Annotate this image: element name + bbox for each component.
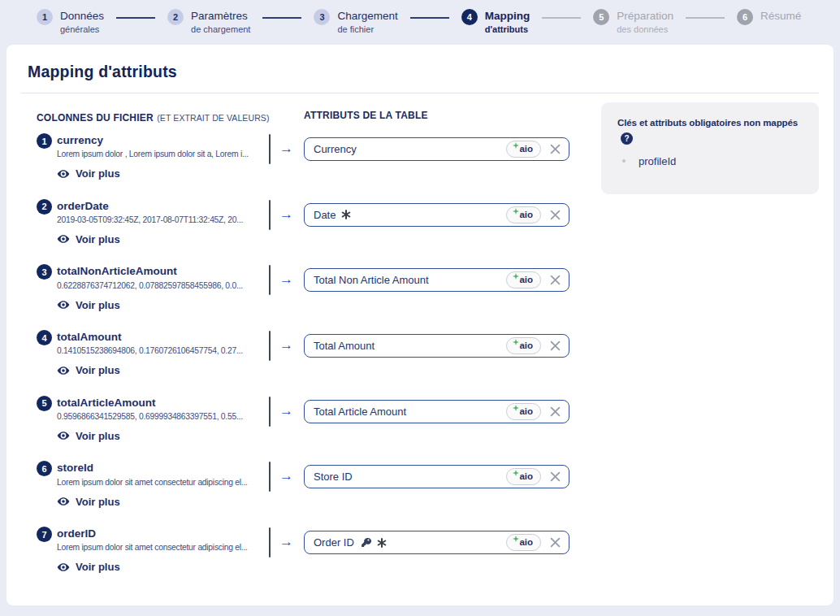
stepper-step-2[interactable]: 2 Paramètres de chargement	[167, 9, 250, 35]
key-icon	[361, 537, 371, 548]
attribute-input[interactable]: Date aio	[304, 203, 569, 227]
values-scrollbar[interactable]	[269, 397, 271, 427]
see-more-label: Voir plus	[76, 496, 120, 508]
attribute-input[interactable]: Total Non Article Amount	[304, 268, 569, 292]
aio-badge: aio	[506, 403, 541, 420]
values-scrollbar[interactable]	[269, 134, 271, 164]
mapping-arrow-icon: →	[279, 133, 304, 182]
step-number-badge: 1	[37, 9, 53, 25]
clear-mapping-button[interactable]	[548, 339, 562, 353]
mapping-arrow-icon: →	[279, 527, 304, 575]
see-more-link[interactable]: Voir plus	[57, 233, 120, 245]
step-number-badge: 3	[314, 9, 330, 25]
see-more-link[interactable]: Voir plus	[57, 430, 120, 442]
step-label: Paramètres de chargement	[191, 8, 250, 35]
column-text: totalArticleAmount 0.9596866341529585, 0…	[57, 396, 279, 445]
eye-icon	[57, 300, 70, 310]
clear-mapping-button[interactable]	[548, 536, 562, 549]
step-connector-line	[262, 17, 301, 19]
attribute-input-cell: Total Non Article Amount	[304, 264, 569, 313]
file-column-cell: 7 orderID Lorem ipsum dolor sit amet con…	[37, 527, 279, 575]
see-more-link[interactable]: Voir plus	[57, 167, 120, 180]
aio-badge: aio	[506, 206, 541, 223]
step-label-line1: Résumé	[760, 10, 801, 22]
eye-icon	[57, 431, 70, 440]
required-asterisk-icon	[377, 538, 387, 548]
column-name: totalAmount	[57, 330, 279, 344]
clear-mapping-button[interactable]	[548, 208, 562, 222]
file-column-cell: 5 totalArticleAmount 0.9596866341529585,…	[37, 396, 279, 445]
values-scrollbar[interactable]	[269, 265, 271, 295]
clear-mapping-button[interactable]	[548, 405, 562, 419]
attribute-input[interactable]: Order ID aio	[304, 531, 569, 554]
stepper-step-4[interactable]: 4 Mapping d'attributs	[461, 9, 530, 35]
values-scrollbar[interactable]	[269, 331, 271, 361]
column-values-excerpt: 2019-03-05T09:32:45Z, 2017-08-07T11:32:4…	[57, 215, 272, 224]
mapping-arrow-icon: →	[279, 396, 304, 445]
unmapped-keys-panel: Clés et attributs obligatoires non mappé…	[601, 102, 819, 194]
column-name: storeId	[57, 461, 279, 475]
aio-badge: aio	[506, 141, 541, 158]
step-label-line2: générales	[60, 24, 104, 35]
stepper-step-3[interactable]: 3 Chargement de fichier	[314, 9, 397, 35]
clear-mapping-button[interactable]	[548, 273, 562, 287]
step-label-line2: des données	[617, 24, 673, 35]
see-more-link[interactable]: Voir plus	[57, 496, 120, 508]
stepper-step-6[interactable]: 6 Résumé	[737, 9, 801, 25]
mapping-row: 7 orderID Lorem ipsum dolor sit amet con…	[37, 527, 578, 575]
aio-badge-label: aio	[519, 143, 533, 154]
mapping-arrow-icon: →	[279, 264, 304, 313]
step-label: Données générales	[60, 8, 104, 35]
help-icon[interactable]: ?	[621, 132, 633, 145]
see-more-link[interactable]: Voir plus	[57, 299, 120, 311]
column-number-badge: 2	[37, 199, 52, 215]
step-label: Résumé	[760, 8, 801, 24]
file-column-cell: 4 totalAmount 0.1410515238694806, 0.1760…	[37, 330, 279, 379]
column-text: totalNonArticleAmount 0.6228876374712062…	[57, 264, 279, 313]
attribute-input-cell: Order ID aio	[304, 527, 569, 575]
values-scrollbar[interactable]	[269, 527, 271, 557]
column-number-badge: 7	[37, 527, 52, 542]
attribute-value: Total Amount	[314, 340, 375, 352]
sparkle-icon	[513, 142, 519, 149]
see-more-link[interactable]: Voir plus	[57, 561, 120, 573]
mapping-row: 1 currency Lorem ipsum dolor , Lorem ips…	[37, 133, 578, 182]
sparkle-icon	[513, 470, 519, 476]
eye-icon	[57, 169, 70, 179]
stepper-step-5[interactable]: 5 Préparation des données	[593, 9, 673, 35]
sparkle-icon	[513, 339, 519, 345]
step-label-line1: Chargement	[337, 10, 397, 22]
see-more-label: Voir plus	[76, 561, 120, 573]
eye-icon	[57, 497, 70, 506]
see-more-link[interactable]: Voir plus	[57, 364, 120, 376]
attribute-value: Store ID	[314, 471, 353, 483]
wizard-stepper: 1 Données générales 2 Paramètres de char…	[0, 0, 840, 45]
column-text: storeId Lorem ipsum dolor sit amet conse…	[57, 461, 279, 510]
attribute-input[interactable]: Total Article Amount	[304, 400, 569, 423]
step-label-line1: Données	[60, 10, 104, 22]
attribute-input[interactable]: Total Amount a	[304, 334, 569, 358]
see-more-label: Voir plus	[76, 167, 120, 180]
step-number-badge: 2	[167, 9, 184, 25]
attribute-input-cell: Total Article Amount	[304, 396, 569, 445]
column-name: orderID	[57, 527, 279, 540]
attribute-value: Order ID	[314, 536, 354, 549]
main-card: Mapping d'attributs COLONNES DU FICHIER …	[6, 45, 834, 605]
mapping-row: 6 storeId Lorem ipsum dolor sit amet con…	[37, 461, 578, 510]
see-more-label: Voir plus	[76, 364, 120, 376]
step-connector-line	[116, 17, 155, 19]
stepper-step-1[interactable]: 1 Données générales	[37, 9, 104, 35]
required-asterisk-icon	[341, 210, 351, 219]
file-columns-header-note: (ET EXTRAIT DE VALEURS)	[157, 113, 269, 123]
clear-mapping-button[interactable]	[548, 142, 562, 156]
step-label: Mapping d'attributs	[485, 8, 530, 35]
attribute-input-cell: Date aio	[304, 199, 569, 248]
step-label: Préparation des données	[617, 8, 673, 35]
file-column-cell: 6 storeId Lorem ipsum dolor sit amet con…	[37, 461, 279, 510]
attribute-input[interactable]: Store ID aio	[304, 465, 569, 488]
values-scrollbar[interactable]	[269, 200, 271, 230]
attribute-input-cell: Store ID aio	[304, 461, 569, 510]
values-scrollbar[interactable]	[269, 462, 271, 492]
attribute-input[interactable]: Currency aio	[304, 137, 569, 161]
clear-mapping-button[interactable]	[548, 470, 562, 484]
